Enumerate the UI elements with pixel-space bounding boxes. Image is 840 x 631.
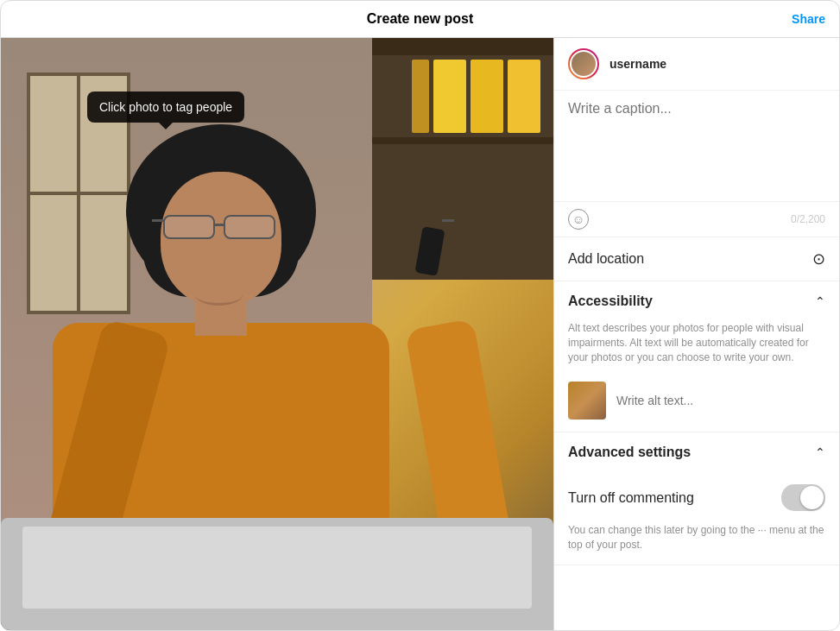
username-text: username	[609, 57, 666, 71]
glasses-bridge	[215, 224, 225, 226]
accessibility-chevron-icon: ⌃	[815, 294, 825, 308]
alt-text-input[interactable]	[616, 394, 825, 407]
emoji-icon[interactable]: ☺	[568, 209, 589, 230]
accessibility-title: Accessibility	[568, 293, 653, 309]
char-count: 0/2,200	[791, 213, 825, 225]
shelf-line	[363, 137, 553, 144]
smile	[195, 284, 243, 306]
location-row[interactable]: Add location ⊙	[554, 237, 839, 281]
glasses-left	[163, 215, 215, 239]
right-panel: username ☺ 0/2,200 Add location ⊙ Access…	[553, 38, 839, 630]
shelf-top	[363, 38, 553, 55]
toggle-knob	[800, 486, 824, 509]
binder-2	[471, 60, 503, 133]
caption-area	[554, 91, 839, 202]
caption-footer: ☺ 0/2,200	[554, 202, 839, 237]
binder-1	[508, 60, 540, 133]
advanced-settings-title: Advanced settings	[568, 445, 691, 460]
commenting-description: You can change this later by going to th…	[554, 523, 839, 565]
modal-body: Click photo to tag people username ☺ 0/2…	[1, 38, 839, 630]
alt-thumb-inner	[568, 382, 606, 420]
advanced-settings-section: Advanced settings ⌃ Turn off commenting …	[554, 432, 839, 565]
share-button[interactable]: Share	[792, 12, 825, 26]
laptop-base	[1, 518, 553, 630]
advanced-settings-chevron-icon: ⌃	[815, 445, 825, 459]
binder-4	[412, 60, 429, 133]
laptop-screen	[22, 527, 532, 609]
commenting-label: Turn off commenting	[568, 490, 694, 506]
tag-tooltip: Click photo to tag people	[87, 91, 244, 123]
accessibility-section: Accessibility ⌃ Alt text describes your …	[554, 281, 839, 432]
photo-panel[interactable]: Click photo to tag people	[1, 38, 553, 630]
create-post-modal: Create new post Share	[0, 0, 840, 631]
location-text: Add location	[568, 251, 644, 267]
modal-header: Create new post Share	[1, 1, 839, 38]
accessibility-description: Alt text describes your photos for peopl…	[554, 321, 839, 375]
user-row: username	[554, 38, 839, 91]
alt-text-row	[554, 375, 839, 432]
photo-background: Click photo to tag people	[1, 38, 553, 630]
avatar-inner	[570, 50, 597, 78]
location-icon: ⊙	[812, 249, 825, 268]
commenting-toggle[interactable]	[781, 484, 825, 511]
commenting-toggle-row: Turn off commenting	[554, 472, 839, 523]
caption-input[interactable]	[568, 101, 825, 187]
window-divider-h	[30, 192, 127, 195]
glasses-arm-right	[442, 219, 454, 222]
alt-text-thumbnail	[568, 382, 606, 420]
advanced-settings-header[interactable]: Advanced settings ⌃	[554, 432, 839, 472]
accessibility-header[interactable]: Accessibility ⌃	[554, 281, 839, 321]
binder-3	[433, 60, 466, 133]
glasses-right	[224, 215, 275, 239]
avatar	[568, 48, 599, 79]
modal-title: Create new post	[367, 11, 474, 27]
right-arm	[405, 319, 512, 552]
glasses-arm-left	[152, 219, 164, 222]
